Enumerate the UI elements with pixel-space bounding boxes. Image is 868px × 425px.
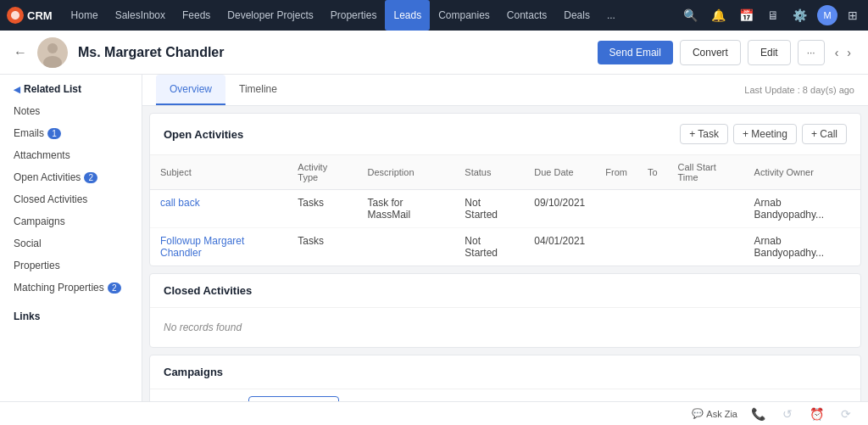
closed-activities-title: Closed Activities bbox=[164, 284, 252, 297]
meeting-button[interactable]: + Meeting bbox=[733, 124, 797, 144]
tab-timeline[interactable]: Timeline bbox=[225, 75, 291, 105]
nav-item-contacts[interactable]: Contacts bbox=[498, 0, 555, 31]
col-header-description: Description bbox=[357, 155, 454, 190]
table-cell: 09/10/2021 bbox=[524, 190, 595, 228]
apps-icon[interactable]: ⊞ bbox=[844, 7, 861, 24]
edit-button[interactable]: Edit bbox=[748, 40, 791, 65]
contact-name: Ms. Margaret Chandler bbox=[78, 45, 587, 60]
table-cell[interactable]: call back bbox=[150, 190, 287, 228]
col-header-activity-type: Activity Type bbox=[287, 155, 357, 190]
nav-item-feeds[interactable]: Feeds bbox=[174, 0, 219, 31]
table-cell bbox=[668, 228, 744, 266]
content-scroll[interactable]: Open Activities + Task + Meeting + Call … bbox=[142, 106, 868, 425]
ask-zia-button[interactable]: 💬 Ask Zia bbox=[692, 408, 737, 419]
history-icon[interactable]: ⏰ bbox=[806, 405, 827, 422]
send-email-button[interactable]: Send Email bbox=[598, 41, 673, 64]
tab-overview[interactable]: Overview bbox=[156, 75, 225, 105]
refresh-icon[interactable]: ↺ bbox=[779, 405, 796, 422]
convert-button[interactable]: Convert bbox=[680, 40, 741, 65]
sub-header: ← Ms. Margaret Chandler Send Email Conve… bbox=[0, 31, 868, 75]
logo-text: CRM bbox=[27, 9, 53, 22]
back-button[interactable]: ← bbox=[14, 45, 27, 60]
col-header-call-start-time: Call Start Time bbox=[668, 155, 744, 190]
table-cell: Tasks bbox=[287, 190, 357, 228]
zia-icon: 💬 bbox=[692, 408, 704, 419]
table-cell bbox=[595, 190, 637, 228]
table-cell: Not Started bbox=[454, 228, 524, 266]
table-body: call backTasksTask for MassMailNot Start… bbox=[150, 190, 860, 266]
table-cell[interactable]: Followup Margaret Chandler bbox=[150, 228, 287, 266]
logo-icon bbox=[7, 7, 24, 24]
table-header: SubjectActivity TypeDescriptionStatusDue… bbox=[150, 155, 860, 190]
nav-item-leads[interactable]: Leads bbox=[385, 0, 430, 31]
nav-items: HomeSalesInboxFeedsDeveloper ProjectsPro… bbox=[63, 0, 624, 31]
nav-item-properties[interactable]: Properties bbox=[322, 0, 386, 31]
sidebar-item-campaigns[interactable]: Campaigns bbox=[0, 210, 142, 232]
notification-icon[interactable]: 🔔 bbox=[708, 7, 729, 24]
related-list-title: Related List bbox=[24, 83, 81, 95]
col-header-to: To bbox=[637, 155, 668, 190]
sidebar: ◀ Related List NotesEmails1AttachmentsOp… bbox=[0, 75, 142, 425]
nav-icons: 🔍 🔔 📅 🖥 ⚙️ M ⊞ bbox=[680, 5, 861, 25]
sidebar-section-title: ◀ Related List bbox=[0, 75, 142, 100]
next-button[interactable]: › bbox=[843, 44, 854, 61]
sidebar-item-emails[interactable]: Emails1 bbox=[0, 122, 142, 144]
sidebar-item-notes[interactable]: Notes bbox=[0, 100, 142, 122]
last-update: Last Update : 8 day(s) ago bbox=[744, 85, 854, 95]
sidebar-item-social[interactable]: Social bbox=[0, 232, 142, 254]
task-button[interactable]: + Task bbox=[680, 124, 728, 144]
nav-item-deals[interactable]: Deals bbox=[555, 0, 598, 31]
sidebar-items: NotesEmails1AttachmentsOpen Activities2C… bbox=[0, 100, 142, 299]
crm-logo[interactable]: CRM bbox=[7, 7, 53, 24]
phone-icon[interactable]: 📞 bbox=[748, 405, 769, 422]
nav-item-developer-projects[interactable]: Developer Projects bbox=[219, 0, 321, 31]
main-layout: ◀ Related List NotesEmails1AttachmentsOp… bbox=[0, 75, 868, 425]
user-avatar[interactable]: M bbox=[817, 5, 837, 25]
sidebar-item-open-activities[interactable]: Open Activities2 bbox=[0, 166, 142, 188]
sidebar-item-closed-activities[interactable]: Closed Activities bbox=[0, 188, 142, 210]
activity-link[interactable]: Followup Margaret Chandler bbox=[160, 235, 244, 259]
nav-item-...[interactable]: ... bbox=[598, 0, 624, 31]
nav-item-salesinbox[interactable]: SalesInbox bbox=[107, 0, 174, 31]
settings-icon[interactable]: ⚙️ bbox=[789, 7, 810, 24]
table-cell bbox=[595, 228, 637, 266]
home-bottom-icon[interactable]: ⟳ bbox=[837, 405, 854, 422]
sidebar-item-attachments[interactable]: Attachments bbox=[0, 144, 142, 166]
ask-zia-label: Ask Zia bbox=[706, 409, 737, 419]
links-title: Links bbox=[0, 302, 142, 327]
bottom-bar: 💬 Ask Zia 📞 ↺ ⏰ ⟳ bbox=[0, 401, 868, 425]
call-button[interactable]: + Call bbox=[802, 124, 847, 144]
col-header-subject: Subject bbox=[150, 155, 287, 190]
sidebar-item-properties[interactable]: Properties bbox=[0, 254, 142, 277]
open-activities-header: Open Activities + Task + Meeting + Call bbox=[150, 114, 860, 155]
activities-table: SubjectActivity TypeDescriptionStatusDue… bbox=[150, 155, 860, 266]
col-header-status: Status bbox=[454, 155, 524, 190]
badge: 2 bbox=[84, 172, 97, 183]
open-activities-title: Open Activities bbox=[164, 128, 243, 141]
table-cell: Arnab Bandyopadhy... bbox=[744, 228, 860, 266]
nav-item-companies[interactable]: Companies bbox=[430, 0, 498, 31]
col-header-from: From bbox=[595, 155, 637, 190]
table-cell: Task for MassMail bbox=[357, 190, 454, 228]
more-button[interactable]: ··· bbox=[798, 40, 825, 65]
tabs: OverviewTimeline bbox=[156, 75, 291, 105]
sidebar-item-matching-properties[interactable]: Matching Properties2 bbox=[0, 277, 142, 299]
table-cell: Not Started bbox=[454, 190, 524, 228]
table-cell bbox=[668, 190, 744, 228]
campaigns-header: Campaigns bbox=[150, 355, 860, 389]
activity-link[interactable]: call back bbox=[160, 197, 200, 209]
table-cell: Arnab Bandyopadhy... bbox=[744, 190, 860, 228]
table-row: call backTasksTask for MassMailNot Start… bbox=[150, 190, 860, 228]
closed-no-records: No records found bbox=[150, 308, 860, 347]
screen-icon[interactable]: 🖥 bbox=[764, 7, 782, 24]
closed-activities-header: Closed Activities bbox=[150, 274, 860, 308]
nav-item-home[interactable]: Home bbox=[63, 0, 107, 31]
calendar-icon[interactable]: 📅 bbox=[736, 7, 757, 24]
table-cell: Tasks bbox=[287, 228, 357, 266]
header-actions: Send Email Convert Edit ··· ‹ › bbox=[598, 40, 854, 65]
prev-next-nav: ‹ › bbox=[832, 44, 854, 61]
collapse-icon: ◀ bbox=[14, 85, 20, 94]
search-icon[interactable]: 🔍 bbox=[680, 7, 701, 24]
prev-button[interactable]: ‹ bbox=[832, 44, 843, 61]
badge: 2 bbox=[108, 282, 121, 294]
